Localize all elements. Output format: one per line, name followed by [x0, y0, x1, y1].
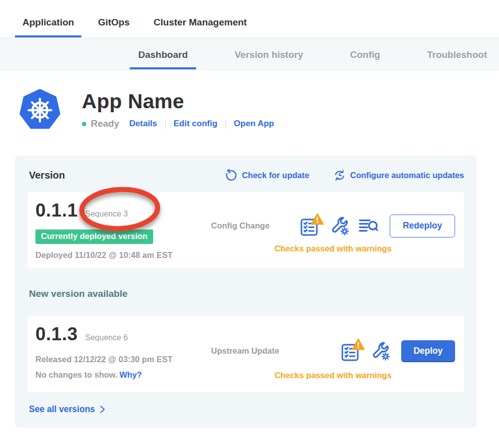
redeploy-button[interactable]: Redeploy [390, 215, 455, 237]
deployed-timestamp: Deployed 11/10/22 @ 10:48 am EST [35, 250, 211, 260]
why-link[interactable]: Why? [119, 370, 142, 379]
preflight-checks-icon-button[interactable] [299, 214, 322, 237]
status-label: Ready [91, 118, 119, 129]
refresh-icon [225, 169, 238, 182]
version-source-label: Upstream Update [211, 346, 279, 356]
details-link[interactable]: Details [129, 119, 157, 129]
available-version-actions: Upstream Update [211, 324, 455, 384]
configure-automatic-updates-label: Configure automatic updates [350, 171, 464, 180]
changes-note: No changes to show.Why? [35, 370, 211, 380]
version-source-label: Config Change [211, 221, 269, 230]
app-header: App Name Ready Details Edit config Open … [19, 89, 499, 131]
app-status-row: Ready Details Edit config Open App [82, 118, 274, 129]
configure-automatic-updates-link[interactable]: Configure automatic updates [333, 169, 464, 182]
available-version-sequence: Sequence 6 [85, 333, 128, 342]
check-for-update-label: Check for update [242, 171, 309, 180]
current-version-info: 0.1.1 Sequence 3 Currently deployed vers… [35, 200, 211, 260]
version-panel: Version Check for update [15, 156, 477, 428]
checks-status-text: Checks passed with warnings [211, 244, 455, 253]
topnav-tab-application[interactable]: Application [15, 5, 81, 37]
divider [165, 119, 166, 129]
available-version-card: 0.1.3 Sequence 6 Released 12/12/22 @ 03:… [27, 316, 464, 392]
check-for-update-link[interactable]: Check for update [225, 169, 309, 182]
top-nav: Application GitOps Cluster Management [0, 0, 499, 37]
open-app-link[interactable]: Open App [234, 119, 274, 129]
subnav-tab-dashboard[interactable]: Dashboard [130, 40, 196, 69]
checks-status-text: Checks passed with warnings [211, 371, 455, 380]
warning-triangle-icon [311, 213, 324, 225]
version-action-icons [340, 339, 391, 363]
no-changes-text: No changes to show. [35, 370, 117, 379]
subnav-tab-troubleshoot[interactable]: Troubleshoot [419, 40, 496, 69]
dashboard-main: App Name Ready Details Edit config Open … [0, 89, 499, 428]
warning-triangle-icon [352, 338, 365, 350]
config-wrench-gear-icon[interactable] [329, 216, 350, 236]
current-version-number: 0.1.1 [35, 200, 78, 221]
currently-deployed-badge: Currently deployed version [35, 229, 153, 244]
version-panel-title: Version [29, 170, 65, 181]
subnav-tab-config[interactable]: Config [342, 40, 389, 69]
subnav-tab-version-history[interactable]: Version history [226, 40, 311, 69]
see-all-versions-link[interactable]: See all versions [29, 404, 464, 415]
version-panel-actions: Check for update Configure automatic upd… [225, 169, 464, 182]
chevron-right-icon [99, 405, 106, 414]
status-ready-dot [82, 122, 86, 126]
divider [226, 119, 226, 129]
new-version-available-heading: New version available [29, 288, 464, 299]
available-version-info: 0.1.3 Sequence 6 Released 12/12/22 @ 03:… [35, 324, 211, 384]
app-title: App Name [82, 90, 274, 113]
current-version-actions: Config Change [211, 200, 455, 260]
edit-config-link[interactable]: Edit config [174, 119, 218, 129]
diff-view-icon[interactable] [358, 217, 380, 235]
kubernetes-logo-icon [19, 89, 61, 131]
preflight-checks-icon-button[interactable] [340, 339, 363, 363]
version-action-icons [299, 214, 380, 237]
released-timestamp: Released 12/12/22 @ 03:30 pm EST [35, 355, 211, 364]
topnav-tab-cluster-management[interactable]: Cluster Management [146, 5, 254, 37]
version-panel-header: Version Check for update [27, 169, 464, 182]
current-version-sequence: Sequence 3 [85, 210, 128, 219]
available-version-number: 0.1.3 [35, 324, 78, 345]
config-wrench-gear-icon[interactable] [370, 341, 391, 362]
app-subnav: Dashboard Version history Config Trouble… [0, 37, 499, 70]
current-version-card: 0.1.1 Sequence 3 Currently deployed vers… [27, 192, 464, 268]
topnav-tab-gitops[interactable]: GitOps [90, 5, 137, 37]
schedule-update-icon [333, 169, 346, 182]
see-all-versions-label: See all versions [29, 404, 95, 415]
deploy-button[interactable]: Deploy [401, 340, 455, 362]
